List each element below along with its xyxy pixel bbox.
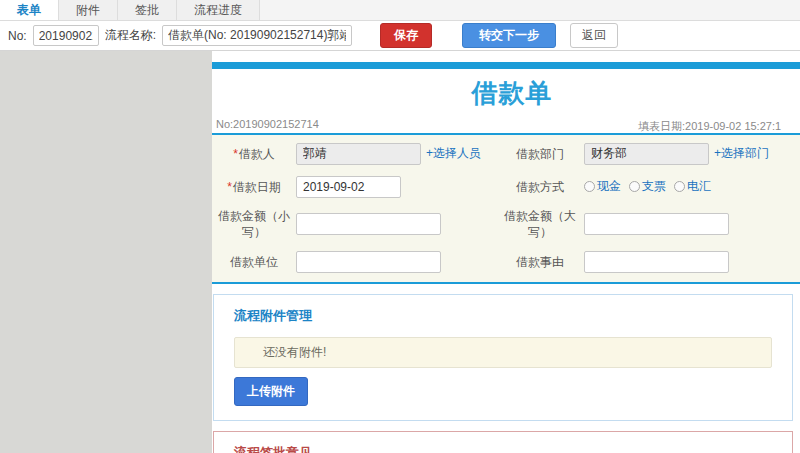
select-person-link[interactable]: +选择人员 [426, 145, 481, 162]
panel-accent-bar [212, 62, 800, 69]
upload-attachment-button[interactable]: 上传附件 [234, 377, 308, 406]
radio-circle-icon [584, 181, 595, 192]
radio-wire[interactable]: 电汇 [674, 178, 711, 195]
fill-date: 填表日期:2019-09-02 15:27:1 [638, 119, 781, 134]
department-label: 借款部门 [496, 146, 584, 162]
required-mark: * [227, 180, 232, 194]
table-row: *借款日期 借款方式 现金 支票 [212, 170, 800, 203]
tab-bar: 表单 附件 签批 流程进度 [0, 0, 800, 21]
loan-date-label: *借款日期 [212, 179, 296, 195]
tab-attachments[interactable]: 附件 [59, 0, 118, 20]
no-attachments-message: 还没有附件! [234, 337, 772, 368]
tab-progress[interactable]: 流程进度 [177, 0, 260, 20]
process-name-input[interactable] [162, 25, 352, 46]
form-info-row: No:20190902152714 填表日期:2019-09-02 15:27:… [212, 114, 800, 135]
required-mark: * [233, 147, 238, 161]
loan-form-table: *借款人 +选择人员 借款部门 +选择部门 *借款日期 [212, 135, 800, 284]
approval-section: 流程签批意见 B I abc [213, 431, 793, 453]
no-input[interactable] [33, 25, 99, 46]
loan-unit-label: 借款单位 [212, 254, 296, 270]
page-title: 借款单 [212, 76, 800, 111]
attachments-section: 流程附件管理 还没有附件! 上传附件 [213, 294, 793, 421]
amount-big-input[interactable] [584, 213, 729, 235]
form-panel: 借款单 No:20190902152714 填表日期:2019-09-02 15… [212, 51, 800, 453]
radio-circle-icon [629, 181, 640, 192]
radio-circle-icon [674, 181, 685, 192]
table-row: 借款单位 借款事由 [212, 245, 800, 278]
loan-reason-input[interactable] [584, 251, 729, 273]
department-input[interactable] [584, 143, 709, 165]
loan-method-radio-group: 现金 支票 电汇 [584, 178, 711, 195]
back-button[interactable]: 返回 [570, 23, 618, 48]
select-department-link[interactable]: +选择部门 [714, 145, 769, 162]
next-step-button[interactable]: 转交下一步 [462, 23, 556, 48]
loan-reason-label: 借款事由 [496, 254, 584, 270]
loan-unit-input[interactable] [296, 251, 441, 273]
form-number: No:20190902152714 [216, 118, 319, 130]
loan-method-label: 借款方式 [496, 179, 584, 195]
amount-small-input[interactable] [296, 213, 441, 235]
save-button[interactable]: 保存 [380, 23, 432, 48]
tab-approval[interactable]: 签批 [118, 0, 177, 20]
borrower-input[interactable] [296, 143, 421, 165]
main-area: 借款单 No:20190902152714 填表日期:2019-09-02 15… [0, 51, 800, 453]
process-name-label: 流程名称: [105, 27, 156, 44]
no-label: No: [8, 29, 27, 43]
form-toolbar: No: 流程名称: 保存 转交下一步 返回 [0, 21, 800, 51]
table-row: 借款金额（小写） 借款金额（大写） [212, 203, 800, 245]
radio-cheque[interactable]: 支票 [629, 178, 666, 195]
tab-form[interactable]: 表单 [0, 0, 59, 20]
table-row: *借款人 +选择人员 借款部门 +选择部门 [212, 137, 800, 170]
radio-cash[interactable]: 现金 [584, 178, 621, 195]
amount-small-label: 借款金额（小写） [212, 208, 296, 240]
attachments-heading: 流程附件管理 [234, 307, 772, 325]
loan-date-input[interactable] [296, 176, 401, 198]
approval-heading: 流程签批意见 [234, 444, 772, 453]
borrower-label: *借款人 [212, 146, 296, 162]
amount-big-label: 借款金额（大写） [496, 208, 584, 240]
